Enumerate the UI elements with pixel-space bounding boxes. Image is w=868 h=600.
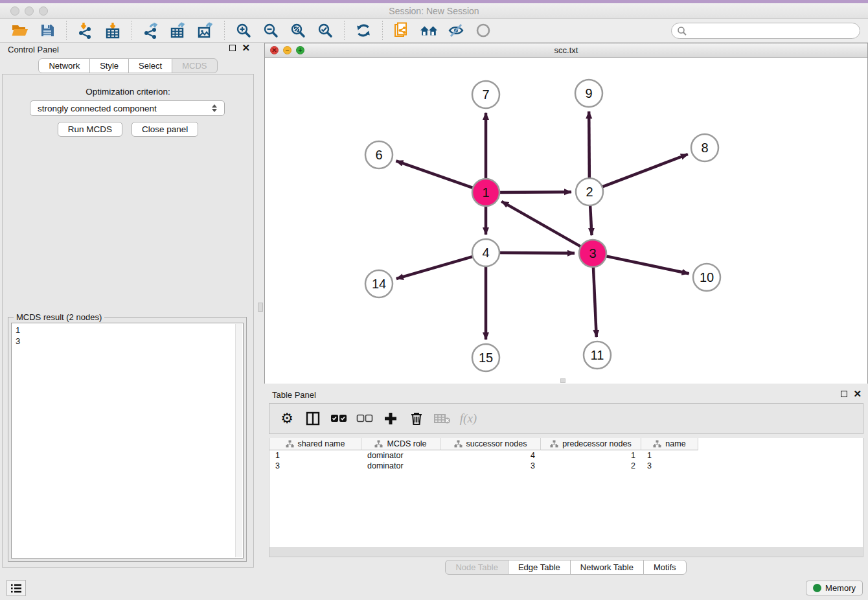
tab-network-table[interactable]: Network Table: [570, 560, 644, 575]
home-icon[interactable]: [419, 21, 439, 40]
delete-table-icon[interactable]: [433, 409, 452, 428]
table-header-filler: [698, 438, 863, 450]
panel-divider[interactable]: [257, 40, 264, 575]
show-panels-button[interactable]: [6, 580, 26, 596]
deselect-all-rows-icon[interactable]: [355, 409, 374, 428]
graph-edge-4-3[interactable]: [498, 253, 575, 253]
column-header-predecessor-nodes[interactable]: predecessor nodes: [541, 438, 641, 450]
add-column-icon[interactable]: [381, 409, 400, 428]
zoom-selected-icon[interactable]: [315, 21, 335, 40]
table-cell[interactable]: dominator: [361, 461, 440, 471]
column-header-shared-name[interactable]: shared name: [269, 438, 361, 450]
graph-node-label-6: 6: [375, 148, 382, 162]
graph-node-label-15: 15: [479, 351, 493, 365]
split-columns-icon[interactable]: [303, 409, 323, 428]
export-image-icon[interactable]: [196, 21, 215, 40]
save-session-icon[interactable]: [38, 21, 57, 40]
graph-node-label-4: 4: [482, 246, 489, 260]
mcds-result-textarea[interactable]: 13: [11, 323, 244, 559]
table-cell[interactable]: 2: [541, 461, 641, 471]
criterion-dropdown[interactable]: strongly connected component: [30, 100, 225, 116]
column-header-successor-nodes[interactable]: successor nodes: [440, 438, 541, 450]
import-table-icon[interactable]: [103, 21, 122, 40]
run-mcds-button[interactable]: Run MCDS: [58, 122, 122, 137]
graph-edge-4-14[interactable]: [396, 256, 474, 279]
table-row[interactable]: 1dominator411: [269, 450, 863, 461]
delete-columns-icon[interactable]: [407, 409, 426, 428]
table-cell[interactable]: 3: [269, 461, 361, 471]
new-network-from-selection-icon[interactable]: [392, 21, 411, 40]
canvas-resize-handle[interactable]: [560, 378, 565, 383]
close-table-panel-icon[interactable]: ✕: [853, 391, 862, 397]
dropdown-stepper-icon: [209, 104, 220, 112]
tab-motifs[interactable]: Motifs: [643, 560, 687, 575]
settings-gear-icon[interactable]: ⚙: [277, 409, 297, 428]
column-header-MCDS-role[interactable]: MCDS role: [361, 438, 440, 450]
graph-edge-2-8[interactable]: [601, 154, 688, 187]
tab-style[interactable]: Style: [89, 58, 129, 73]
right-column: ✕ – + scc.txt 7968124314101511 Table Pan…: [264, 40, 868, 575]
mcds-result-title: MCDS result (2 nodes): [14, 312, 104, 322]
graph-edge-3-1[interactable]: [501, 202, 582, 248]
graph-edge-2-9[interactable]: [589, 111, 589, 179]
export-network-icon[interactable]: [141, 21, 161, 40]
tab-mcds[interactable]: MCDS: [172, 58, 217, 73]
graph-edge-3-11[interactable]: [593, 266, 597, 337]
table-cell[interactable]: 3: [440, 461, 541, 471]
criterion-value: strongly connected component: [38, 104, 209, 113]
hide-selected-icon[interactable]: [446, 21, 466, 40]
result-scrollbar[interactable]: [235, 324, 242, 557]
apply-layout-icon[interactable]: [354, 21, 373, 40]
toolbar-separator: [382, 21, 383, 40]
memory-button[interactable]: Memory: [806, 581, 863, 595]
zoom-in-icon[interactable]: [234, 21, 253, 40]
float-panel-icon[interactable]: [229, 45, 236, 51]
tab-edge-table[interactable]: Edge Table: [508, 560, 571, 575]
toolbar-separator: [131, 21, 132, 40]
column-header-name[interactable]: name: [641, 438, 698, 450]
function-builder-icon[interactable]: f(x): [459, 409, 478, 428]
graph-edge-1-2[interactable]: [498, 192, 571, 192]
graph-edge-2-3[interactable]: [590, 204, 592, 235]
node-table: shared nameMCDS rolesuccessor nodesprede…: [269, 438, 863, 547]
network-canvas[interactable]: 7968124314101511: [265, 58, 867, 384]
show-all-icon[interactable]: [474, 21, 493, 40]
tab-network[interactable]: Network: [38, 58, 90, 73]
table-panel-title: Table Panel: [272, 390, 316, 400]
tab-select[interactable]: Select: [128, 58, 172, 73]
table-cell[interactable]: 1: [541, 450, 641, 461]
tab-node-table[interactable]: Node Table: [445, 560, 508, 575]
optimization-criterion-label: Optimization criterion:: [3, 87, 253, 97]
graph-node-label-8: 8: [701, 141, 708, 155]
search-input[interactable]: [671, 23, 860, 39]
close-panel-button[interactable]: Close panel: [131, 122, 198, 137]
table-cell[interactable]: 1: [269, 450, 361, 461]
search-icon: [677, 26, 687, 36]
table-scroll-strip[interactable]: [269, 547, 863, 557]
network-window-titlebar[interactable]: ✕ – + scc.txt: [265, 43, 867, 58]
open-session-icon[interactable]: [10, 21, 30, 40]
table-row[interactable]: 3dominator323: [269, 461, 863, 471]
graph-node-label-2: 2: [586, 185, 593, 199]
table-cell[interactable]: 3: [641, 461, 698, 471]
table-panel: Table Panel ✕ ⚙: [264, 386, 868, 575]
float-table-panel-icon[interactable]: [841, 391, 847, 397]
table-cell[interactable]: dominator: [361, 450, 440, 461]
export-table-icon[interactable]: [168, 21, 188, 40]
list-icon: [10, 583, 22, 594]
divider-handle[interactable]: [258, 303, 263, 312]
mcds-panel: Optimization criterion: strongly connect…: [2, 74, 254, 568]
control-panel-tabbar: NetworkStyleSelectMCDS: [0, 58, 257, 74]
zoom-fit-icon[interactable]: [288, 21, 308, 40]
select-all-rows-icon[interactable]: [329, 409, 348, 428]
memory-status-icon: [813, 584, 821, 592]
import-network-icon[interactable]: [76, 21, 95, 40]
zoom-out-icon[interactable]: [261, 21, 280, 40]
graph-node-label-1: 1: [482, 185, 489, 200]
network-view-window: ✕ – + scc.txt 7968124314101511: [264, 43, 868, 384]
graph-edge-1-6[interactable]: [396, 161, 474, 188]
table-cell[interactable]: 1: [641, 450, 698, 461]
graph-edge-3-10[interactable]: [605, 256, 689, 273]
table-cell[interactable]: 4: [440, 450, 541, 461]
close-panel-icon[interactable]: ✕: [242, 45, 250, 51]
